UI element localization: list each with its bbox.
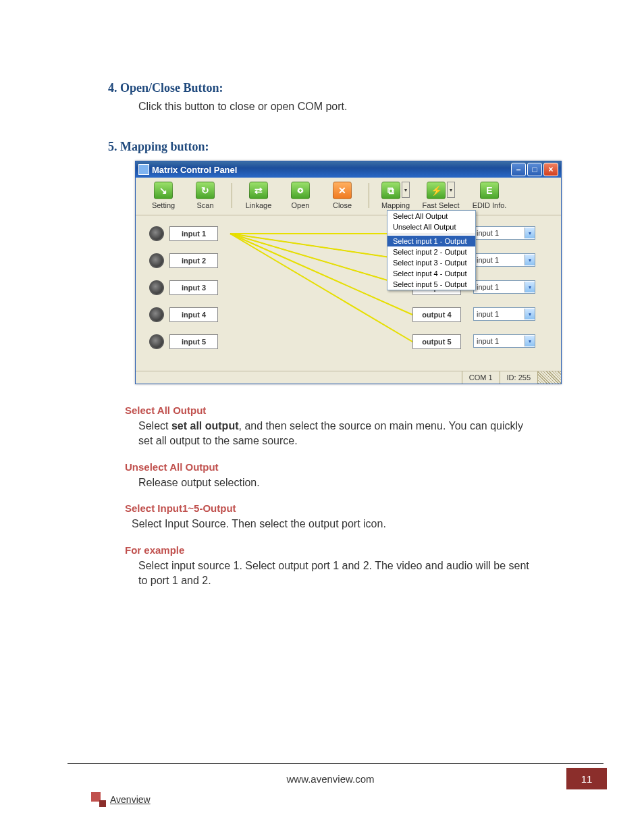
toolbar-open-label: Open <box>292 201 310 209</box>
output-select-4-value: input 1 <box>477 310 499 318</box>
heading-for-example: For example <box>125 544 603 556</box>
mapping-dropdown-menu: Select All Output Unselect All Output Se… <box>387 210 476 290</box>
toolbar-close[interactable]: ✕ Close <box>321 182 363 209</box>
refresh-icon: ↻ <box>196 182 215 199</box>
output-label-5: output 5 <box>412 334 461 349</box>
heading-mapping: 5. Mapping button: <box>108 140 603 154</box>
output-select-4[interactable]: input 1▾ <box>473 307 535 321</box>
footer-brand-text: Avenview <box>110 794 151 805</box>
menu-item-unselect-all[interactable]: Unselect All Output <box>387 221 475 232</box>
toolbar-scan-label: Scan <box>196 201 213 209</box>
menu-item-input4[interactable]: Select input 4 - Output <box>387 268 475 279</box>
output-select-3[interactable]: input 1▾ <box>473 280 535 294</box>
menu-item-input1[interactable]: Select input 1 - Output <box>387 236 475 246</box>
status-com: COM 1 <box>462 371 500 384</box>
toolbar-edid-label: EDID Info. <box>473 201 507 209</box>
input-label-5: input 5 <box>169 334 218 349</box>
input-row-2[interactable]: input 2 <box>149 253 218 268</box>
output-label-4: output 4 <box>412 307 461 322</box>
page-number: 11 <box>566 768 607 789</box>
toolbar-scan[interactable]: ↻ Scan <box>184 182 226 209</box>
toolbar-fast-select[interactable]: ⚡ ▾ Fast Select <box>417 182 465 209</box>
body-select-all-output: Select set all output, and then select t… <box>138 419 529 449</box>
menu-item-select-all[interactable]: Select All Output <box>387 211 475 221</box>
toolbar-mapping[interactable]: ⧉ ▾ Mapping <box>375 182 417 209</box>
toolbar-mapping-label: Mapping <box>381 201 410 209</box>
output-select-3-value: input 1 <box>477 283 499 291</box>
input-row-4[interactable]: input 4 <box>149 307 218 322</box>
port-icon <box>149 307 164 322</box>
input-row-3[interactable]: input 3 <box>149 280 218 295</box>
output-select-5[interactable]: input 1▾ <box>473 334 535 348</box>
edid-icon: E <box>480 182 499 199</box>
window-title: Matrix Control Panel <box>152 165 237 175</box>
menu-item-input2[interactable]: Select input 2 - Output <box>387 246 475 257</box>
resize-grip-icon[interactable] <box>537 371 561 384</box>
open-icon: ⭘ <box>291 182 310 199</box>
input-label-2: input 2 <box>169 253 218 268</box>
toolbar-setting[interactable]: ↘ Setting <box>142 182 184 209</box>
statusbar: COM 1 ID: 255 <box>136 371 561 384</box>
toolbar-linkage-label: Linkage <box>246 201 272 209</box>
input-label-3: input 3 <box>169 280 218 295</box>
footer-brand: Avenview <box>91 792 644 807</box>
fast-select-icon: ⚡ <box>427 182 446 199</box>
window-close-button[interactable]: × <box>543 163 558 176</box>
app-window: Matrix Control Panel – □ × ↘ Setting ↻ S… <box>135 161 562 384</box>
chevron-down-icon[interactable]: ▾ <box>525 336 535 346</box>
input-row-5[interactable]: input 5 <box>149 334 218 349</box>
window-minimize-button[interactable]: – <box>511 163 526 176</box>
window-maximize-button[interactable]: □ <box>527 163 542 176</box>
body-open-close: Click this button to close or open COM p… <box>138 101 603 113</box>
toolbar-edid[interactable]: E EDID Info. <box>465 182 514 209</box>
output-row-4[interactable]: output 4 <box>412 307 461 322</box>
titlebar: Matrix Control Panel – □ × <box>136 161 561 178</box>
toolbar-close-label: Close <box>333 201 352 209</box>
mapping-icon: ⧉ <box>381 182 400 199</box>
status-id: ID: 255 <box>500 371 537 384</box>
chevron-down-icon[interactable]: ▾ <box>402 182 410 198</box>
heading-unselect-all-output: Unselect All Output <box>125 461 603 473</box>
body-unselect-all-output: Release output selection. <box>138 475 529 490</box>
toolbar-fastselect-label: Fast Select <box>422 201 459 209</box>
toolbar-linkage[interactable]: ⇄ Linkage <box>238 182 279 209</box>
input-label-4: input 4 <box>169 307 218 322</box>
mapping-area: input 1 input 2 input 3 input 4 input 5 … <box>136 215 561 371</box>
output-row-5[interactable]: output 5 <box>412 334 461 349</box>
chevron-down-icon[interactable]: ▾ <box>447 182 455 198</box>
footer-url: www.avenview.com <box>95 773 566 785</box>
output-select-2[interactable]: input 1▾ <box>473 253 535 267</box>
toolbar-open[interactable]: ⭘ Open <box>279 182 321 209</box>
heading-select-all-output: Select All Output <box>125 405 603 416</box>
chevron-down-icon[interactable]: ▾ <box>525 228 535 238</box>
app-icon <box>138 164 149 175</box>
menu-item-input3[interactable]: Select input 3 - Output <box>387 257 475 268</box>
input-row-1[interactable]: input 1 <box>149 226 218 241</box>
chevron-down-icon[interactable]: ▾ <box>525 255 535 265</box>
heading-open-close: 4. Open/Close Button: <box>108 81 603 95</box>
output-select-2-value: input 1 <box>477 256 499 264</box>
toolbar: ↘ Setting ↻ Scan ⇄ Linkage ⭘ Open <box>136 178 561 215</box>
body-for-example: Select input source 1. Select output por… <box>138 558 529 589</box>
output-select-5-value: input 1 <box>477 337 499 345</box>
port-icon <box>149 226 164 241</box>
chevron-down-icon[interactable]: ▾ <box>525 309 535 319</box>
port-icon <box>149 253 164 268</box>
wrench-icon: ↘ <box>154 182 173 199</box>
input-label-1: input 1 <box>169 226 218 241</box>
output-select-1-value: input 1 <box>477 229 499 237</box>
menu-item-input5[interactable]: Select input 5 - Output <box>387 279 475 290</box>
linkage-icon: ⇄ <box>249 182 268 199</box>
port-icon <box>149 334 164 349</box>
chevron-down-icon[interactable]: ▾ <box>525 282 535 292</box>
port-icon <box>149 280 164 295</box>
body-select-input-output: Select Input Source. Then select the out… <box>132 517 529 531</box>
footer-rule <box>68 763 603 764</box>
output-select-1[interactable]: input 1▾ <box>473 226 535 240</box>
toolbar-setting-label: Setting <box>152 201 175 209</box>
heading-select-input-output: Select Input1~5-Output <box>125 502 603 514</box>
close-icon: ✕ <box>333 182 352 199</box>
avenview-logo-icon <box>91 792 106 807</box>
